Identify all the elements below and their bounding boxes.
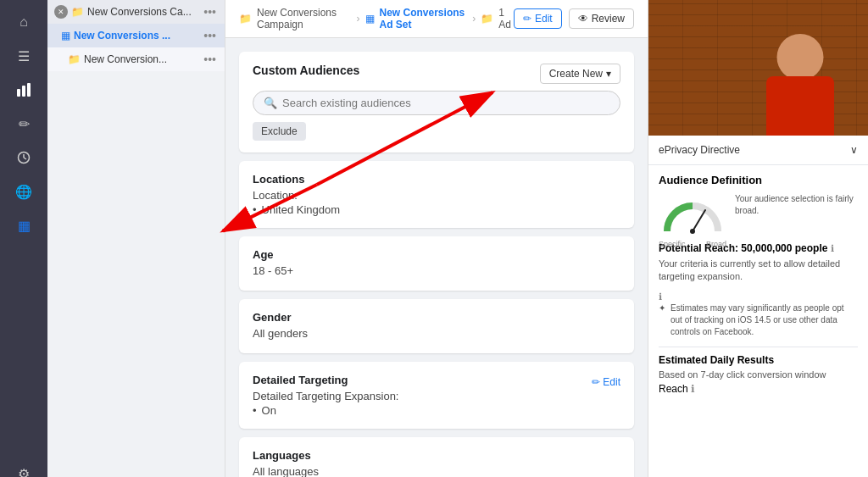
- custom-audiences-title: Custom Audiences: [253, 64, 359, 77]
- person-silhouette: [749, 25, 851, 136]
- gender-value: All genders: [253, 327, 620, 340]
- gauge-labels: Specific Broad: [659, 240, 726, 248]
- video-thumbnail: [648, 0, 868, 136]
- gauge-specific-label: Specific: [659, 240, 686, 248]
- content-header: 📁 New Conversions Campaign › ▦ New Conve…: [225, 0, 648, 38]
- breadcrumb-grid-icon: ▦: [365, 13, 375, 25]
- info-icon-reach2: ℹ: [691, 383, 695, 395]
- svg-rect-1: [22, 86, 25, 97]
- main-content: 📁 New Conversions Campaign › ▦ New Conve…: [225, 0, 648, 477]
- gauge-broad-label: Broad: [706, 240, 726, 248]
- breadcrumb-part-1: New Conversions Ad Set: [380, 7, 468, 31]
- close-campaign-btn[interactable]: ✕: [54, 5, 68, 19]
- chevron-down-icon: ▾: [606, 68, 611, 80]
- daily-results-sub: Based on 7-day click conversion window: [659, 369, 858, 380]
- campaign-panel: ✕ 📁 New Conversions Ca... ••• ▦ New Conv…: [47, 0, 225, 477]
- menu-icon[interactable]: ☰: [8, 41, 39, 71]
- campaign-label-0: New Conversions Ca...: [87, 6, 202, 18]
- eye-icon: 👁: [578, 13, 588, 25]
- breadcrumb: 📁 New Conversions Campaign › ▦ New Conve…: [239, 7, 514, 31]
- expansion-value: On: [253, 404, 620, 417]
- locations-title: Locations: [253, 173, 620, 186]
- audience-definition-section: Audience Definition: [648, 165, 868, 403]
- detailed-targeting-edit[interactable]: ✏ Edit: [592, 376, 620, 388]
- svg-point-7: [690, 229, 695, 234]
- daily-results-title: Estimated Daily Results: [659, 354, 858, 366]
- pencil-edit-icon: ✏: [523, 13, 531, 25]
- custom-audiences-card: Custom Audiences Create New ▾ 🔍 Exclude: [239, 52, 634, 153]
- clock-icon[interactable]: [8, 142, 39, 173]
- breadcrumb-part-0: New Conversions Campaign: [257, 7, 352, 31]
- detailed-targeting-title: Detailed Targeting: [253, 374, 348, 386]
- person-head: [777, 34, 824, 80]
- campaign-item-0[interactable]: ✕ 📁 New Conversions Ca... •••: [47, 0, 225, 24]
- language-value: All languages: [253, 465, 620, 477]
- breadcrumb-sep-1: ›: [472, 13, 476, 25]
- age-title: Age: [253, 248, 620, 261]
- search-bar-icon: 🔍: [264, 97, 277, 109]
- detailed-targeting-card: Detailed Targeting ✏ Edit Detailed Targe…: [239, 362, 634, 429]
- grid-icon-1: ▦: [61, 30, 70, 42]
- svg-line-6: [693, 210, 705, 231]
- review-button[interactable]: 👁 Review: [569, 8, 634, 29]
- age-card: Age 18 - 65+: [239, 236, 634, 291]
- breadcrumb-sep-0: ›: [357, 13, 360, 25]
- reach-label: Reach ℹ: [659, 383, 858, 395]
- pencil-icon[interactable]: ✏: [8, 108, 39, 139]
- video-content: ⌂ ☰ ✏ 🌐 ▦ ⚙: [0, 0, 868, 477]
- create-new-button[interactable]: Create New ▾: [540, 64, 620, 84]
- header-actions: ✏ Edit 👁 Review: [514, 8, 634, 29]
- chart-icon[interactable]: [8, 75, 39, 105]
- languages-title: Languages: [253, 449, 620, 462]
- campaign-label-2: New Conversion...: [84, 53, 202, 65]
- person-body: [766, 76, 834, 136]
- locations-card: Locations Location: United Kingdom: [239, 161, 634, 228]
- breadcrumb-folder-icon-2: 📁: [481, 13, 493, 25]
- globe-icon[interactable]: 🌐: [8, 176, 39, 207]
- svg-rect-0: [17, 89, 20, 97]
- location-value: United Kingdom: [253, 203, 620, 216]
- svg-rect-2: [27, 83, 31, 97]
- campaign-item-1[interactable]: ▦ New Conversions ... •••: [47, 24, 225, 47]
- more-btn-2[interactable]: •••: [202, 53, 218, 66]
- eprivacy-chevron[interactable]: ∨: [850, 144, 858, 156]
- pencil-dt-icon: ✏: [592, 376, 600, 388]
- settings-icon[interactable]: ⚙: [8, 458, 39, 477]
- more-btn-0[interactable]: •••: [202, 5, 218, 19]
- campaign-label-1: New Conversions ...: [74, 30, 202, 42]
- edit-button[interactable]: ✏ Edit: [514, 8, 562, 29]
- age-value: 18 - 65+: [253, 264, 620, 277]
- estimate-note: ✦ Estimates may vary significantly as pe…: [659, 302, 858, 338]
- search-bar[interactable]: 🔍: [253, 91, 620, 115]
- left-nav: ⌂ ☰ ✏ 🌐 ▦ ⚙: [0, 0, 47, 477]
- info-icon-reach-note: ℹ: [659, 291, 662, 302]
- search-audiences-input[interactable]: [282, 97, 609, 109]
- custom-audiences-header: Custom Audiences Create New ▾: [253, 64, 620, 84]
- location-label: Location:: [253, 189, 620, 202]
- gauge-area: Specific Broad Your audience selection i…: [659, 193, 858, 236]
- languages-card: Languages All languages Show More Option…: [239, 437, 634, 477]
- svg-line-5: [24, 158, 26, 159]
- audience-definition-title: Audience Definition: [659, 174, 858, 186]
- more-btn-1[interactable]: •••: [202, 29, 218, 42]
- breadcrumb-part-2: 1 Ad: [498, 7, 514, 31]
- expansion-label: Detailed Targeting Expansion:: [253, 390, 620, 402]
- info-icon-reach: ℹ: [831, 243, 834, 253]
- daily-results-section: Estimated Daily Results Based on 7-day c…: [659, 347, 858, 395]
- content-body[interactable]: Custom Audiences Create New ▾ 🔍 Exclude: [225, 38, 648, 477]
- grid-icon[interactable]: ▦: [8, 210, 39, 241]
- audience-desc: Your audience selection is fairly broad.: [735, 193, 858, 217]
- exclude-button[interactable]: Exclude: [253, 122, 306, 141]
- folder-icon-0: 📁: [71, 6, 84, 18]
- reach-note: Your criteria is currently set to allow …: [659, 258, 858, 284]
- home-icon[interactable]: ⌂: [8, 7, 39, 37]
- eprivacy-label: ePrivacy Directive: [659, 144, 740, 156]
- gender-card: Gender All genders: [239, 299, 634, 353]
- campaign-item-2[interactable]: 📁 New Conversion... •••: [47, 47, 225, 71]
- gauge-chart: Specific Broad: [659, 193, 726, 236]
- eprivacy-section: ePrivacy Directive ∨: [648, 136, 868, 165]
- detailed-targeting-header: Detailed Targeting ✏ Edit: [253, 374, 620, 390]
- gender-title: Gender: [253, 311, 620, 324]
- sparkle-icon: ✦: [659, 302, 665, 338]
- right-panel: ePrivacy Directive ∨ Audience Definition: [648, 0, 868, 477]
